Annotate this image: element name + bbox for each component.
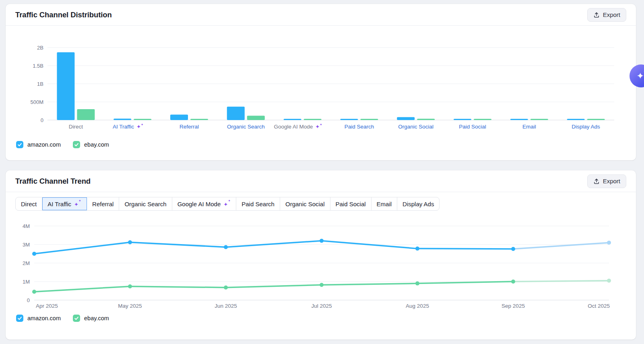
trend-legend: amazon.comebay.com: [16, 315, 109, 322]
bar-ebay-com-google-ai-mode[interactable]: [304, 119, 322, 120]
bar-ebay-com-paid-social[interactable]: [474, 119, 491, 120]
y-tick-label: 1M: [23, 279, 30, 285]
x-tick-label: Aug 2025: [406, 303, 429, 309]
category-paid-social[interactable]: Paid Social: [459, 124, 486, 130]
legend-item-ebay-com: ebay.com: [73, 315, 109, 322]
distribution-legend: amazon.comebay.com: [16, 141, 109, 148]
series-checkbox-ebay-com[interactable]: [73, 141, 80, 148]
y-tick-label: 2M: [23, 260, 30, 266]
category-referral[interactable]: Referral: [180, 124, 199, 130]
point-amazon-com-apr-2025[interactable]: [32, 252, 36, 256]
trend-panel: Traffic Channel Trend Export DirectAI Tr…: [6, 170, 636, 340]
series-checkbox-ebay-com[interactable]: [73, 315, 80, 322]
y-tick-label: 3M: [23, 242, 30, 248]
x-tick-label: Jun 2025: [215, 303, 237, 309]
legend-item-amazon-com: amazon.com: [16, 141, 61, 148]
point-ebay-com-sep-2025[interactable]: [511, 280, 515, 284]
y-tick-label: 1.5B: [33, 63, 43, 69]
y-tick-label: 0: [27, 297, 30, 303]
point-ebay-com-may-2025[interactable]: [128, 284, 132, 288]
bar-ebay-com-ai-traffic[interactable]: [134, 119, 151, 120]
bar-amazon-com-ai-traffic[interactable]: [114, 118, 131, 120]
y-tick-label: 4M: [23, 223, 30, 229]
bar-gridlines: 0500M1B1.5B2B: [30, 45, 614, 123]
bar-amazon-com-paid-social[interactable]: [454, 119, 471, 120]
check-icon: [74, 316, 79, 321]
legend-item-ebay-com: ebay.com: [73, 141, 109, 148]
y-tick-label: 2B: [37, 45, 43, 51]
point-ebay-com-apr-2025[interactable]: [32, 290, 36, 294]
point-ebay-com-jul-2025[interactable]: [320, 283, 324, 287]
bar-ebay-com-paid-search[interactable]: [360, 119, 378, 120]
legend-label: amazon.com: [27, 141, 61, 148]
legend-label: ebay.com: [84, 141, 109, 148]
bar-amazon-com-display-ads[interactable]: [567, 119, 585, 120]
page-root: { "colors": { "amazon": "#2BB1F9", "ebay…: [0, 0, 644, 344]
legend-item-amazon-com: amazon.com: [16, 315, 61, 322]
x-axis-labels: Apr 2025May 2025Jun 2025Jul 2025Aug 2025…: [36, 303, 610, 309]
bar-series-ebay-com: [77, 109, 605, 120]
bar-ebay-com-email[interactable]: [530, 119, 548, 120]
y-tick-label: 500M: [30, 99, 43, 105]
bar-amazon-com-paid-search[interactable]: [340, 119, 358, 120]
check-icon: [17, 142, 22, 147]
bar-amazon-com-email[interactable]: [510, 119, 528, 120]
category-organic-search[interactable]: Organic Search: [227, 124, 265, 130]
bar-ebay-com-direct[interactable]: [77, 109, 95, 120]
point-amazon-com-jun-2025[interactable]: [224, 245, 228, 249]
legend-label: amazon.com: [27, 315, 61, 321]
y-tick-label: 1B: [37, 81, 43, 87]
point-ebay-com-oct-2025[interactable]: [607, 279, 611, 283]
bar-series-amazon-com: [57, 52, 584, 120]
category-direct: Direct: [69, 124, 83, 130]
sparkle-icon: ✦✦: [637, 72, 644, 81]
distribution-bar-chart: 0500M1B1.5B2BDirectAI Traffic✦✦ReferralO…: [6, 4, 636, 160]
bar-category-labels: DirectAI Traffic✦✦ReferralOrganic Search…: [69, 123, 600, 130]
category-display-ads[interactable]: Display Ads: [572, 124, 600, 130]
category-paid-search[interactable]: Paid Search: [345, 124, 374, 130]
bar-amazon-com-organic-search[interactable]: [227, 107, 245, 120]
line-series-ebay-com: [32, 279, 611, 294]
point-amazon-com-jul-2025[interactable]: [320, 239, 324, 243]
x-tick-label: Jul 2025: [311, 303, 332, 309]
bar-amazon-com-organic-social[interactable]: [397, 117, 415, 120]
bar-ebay-com-display-ads[interactable]: [587, 119, 605, 120]
point-ebay-com-aug-2025[interactable]: [415, 282, 419, 286]
bar-amazon-com-referral[interactable]: [170, 115, 188, 120]
line-gridlines: 01M2M3M4M: [23, 223, 609, 303]
check-icon: [74, 142, 79, 147]
x-tick-label: Oct 2025: [588, 303, 610, 309]
category-google-ai-mode: Google AI Mode✦✦: [274, 123, 322, 130]
series-checkbox-amazon-com[interactable]: [16, 141, 23, 148]
x-tick-label: Sep 2025: [502, 303, 525, 309]
line-series-amazon-com: [32, 239, 611, 256]
x-tick-label: Apr 2025: [36, 303, 58, 309]
x-tick-label: May 2025: [118, 303, 142, 309]
legend-label: ebay.com: [84, 315, 109, 321]
category-organic-social[interactable]: Organic Social: [398, 124, 433, 130]
point-amazon-com-aug-2025[interactable]: [415, 247, 419, 251]
bar-ebay-com-organic-search[interactable]: [247, 116, 265, 120]
category-ai-traffic[interactable]: AI Traffic✦✦: [113, 123, 144, 130]
bar-amazon-com-google-ai-mode[interactable]: [284, 119, 301, 120]
y-tick-label: 0: [41, 117, 43, 123]
point-amazon-com-oct-2025[interactable]: [607, 240, 611, 245]
point-amazon-com-sep-2025[interactable]: [511, 247, 515, 251]
point-amazon-com-may-2025[interactable]: [128, 240, 132, 244]
point-ebay-com-jun-2025[interactable]: [224, 286, 228, 290]
check-icon: [17, 316, 22, 321]
bar-ebay-com-referral[interactable]: [190, 119, 208, 120]
category-email[interactable]: Email: [522, 124, 536, 130]
bar-amazon-com-direct[interactable]: [57, 52, 74, 120]
series-checkbox-amazon-com[interactable]: [16, 315, 23, 322]
bar-ebay-com-organic-social[interactable]: [417, 119, 435, 120]
trend-line-chart: 01M2M3M4MApr 2025May 2025Jun 2025Jul 202…: [6, 170, 636, 340]
distribution-panel: Traffic Channel Distribution Export 0500…: [6, 4, 636, 160]
